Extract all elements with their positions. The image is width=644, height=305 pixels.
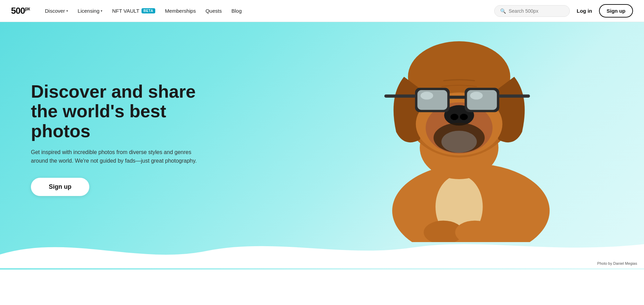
hero-section: Discover and share the world's best phot… — [0, 22, 644, 270]
photo-credit: Photo by Daniel Megias — [597, 261, 637, 265]
hero-subtitle: Get inspired with incredible photos from… — [31, 148, 203, 165]
logo[interactable]: 500px — [11, 6, 30, 16]
svg-point-19 — [420, 91, 433, 99]
beta-badge: BETA — [142, 8, 155, 13]
svg-point-20 — [470, 91, 483, 99]
nav-item-memberships[interactable]: Memberships — [161, 5, 200, 17]
search-box[interactable]: 🔍 — [494, 5, 570, 17]
signup-button-nav[interactable]: Sign up — [599, 4, 633, 18]
svg-rect-18 — [467, 90, 497, 110]
nav-links: Discover ▾ Licensing ▾ NFT VAULT BETA Me… — [41, 5, 494, 17]
hero-title: Discover and share the world's best phot… — [31, 82, 213, 141]
hero-dog-image — [290, 22, 644, 242]
navbar: 500px Discover ▾ Licensing ▾ NFT VAULT B… — [0, 0, 644, 22]
svg-point-9 — [460, 113, 468, 120]
search-icon: 🔍 — [500, 8, 506, 14]
dog-svg — [290, 22, 644, 242]
nav-item-quests[interactable]: Quests — [201, 5, 226, 17]
nav-item-discover[interactable]: Discover ▾ — [41, 5, 72, 17]
nav-item-licensing[interactable]: Licensing ▾ — [74, 5, 106, 17]
wave-decoration — [0, 227, 644, 270]
nav-item-nft-vault[interactable]: NFT VAULT BETA — [108, 5, 159, 17]
hero-signup-button[interactable]: Sign up — [31, 178, 89, 196]
svg-rect-17 — [417, 90, 447, 110]
svg-point-11 — [441, 131, 477, 153]
svg-point-8 — [450, 113, 458, 120]
svg-rect-21 — [384, 94, 416, 97]
nav-item-blog[interactable]: Blog — [227, 5, 246, 17]
hero-content: Discover and share the world's best phot… — [0, 54, 213, 237]
login-button[interactable]: Log in — [575, 5, 594, 17]
logo-text: 500 — [11, 6, 25, 16]
logo-superscript: px — [25, 6, 30, 11]
nav-right: 🔍 Log in Sign up — [494, 4, 633, 18]
search-input[interactable] — [509, 8, 564, 14]
chevron-down-icon: ▾ — [101, 9, 102, 13]
chevron-down-icon: ▾ — [66, 9, 68, 13]
svg-rect-22 — [498, 94, 530, 97]
